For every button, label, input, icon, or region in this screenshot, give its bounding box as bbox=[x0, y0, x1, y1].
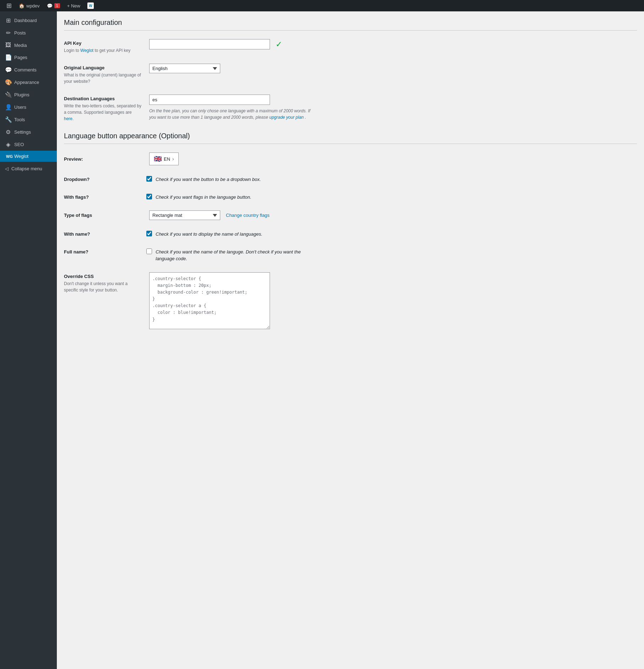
preview-label: Preview: bbox=[64, 156, 142, 162]
override-css-row: Override CSS Don't change it unless you … bbox=[64, 272, 637, 330]
type-of-flags-row: Type of flags Rectangle mat Rectangle sh… bbox=[64, 210, 637, 220]
home-icon: 🏠 bbox=[19, 3, 25, 9]
site-name-link[interactable]: 🏠 wpdev bbox=[15, 0, 43, 11]
dropdown-label-col: Dropdown? bbox=[64, 175, 142, 182]
preview-button[interactable]: 🇬🇧 EN › bbox=[149, 152, 179, 165]
with-name-input-col: Check if you want to display the name of… bbox=[146, 230, 263, 238]
dropdown-checkbox[interactable] bbox=[146, 176, 152, 182]
preview-label-col: Preview: bbox=[64, 155, 142, 163]
plugins-icon: 🔌 bbox=[5, 91, 11, 98]
new-label: + New bbox=[67, 3, 80, 9]
main-config-divider bbox=[64, 30, 637, 31]
collapse-menu[interactable]: ◁ Collapse menu bbox=[0, 163, 57, 174]
type-of-flags-select[interactable]: Rectangle mat Rectangle shiny Round bbox=[149, 210, 220, 220]
wp-logo[interactable]: ⊞ bbox=[3, 0, 15, 11]
dropdown-row: Dropdown? Check if you want the button t… bbox=[64, 175, 637, 183]
api-key-checkmark: ✓ bbox=[276, 40, 282, 49]
original-language-input-col: English French Spanish German Italian bbox=[149, 64, 637, 73]
original-language-row: Original Language What is the original (… bbox=[64, 64, 637, 85]
sidebar-item-comments[interactable]: 💬 Comments bbox=[0, 64, 57, 76]
sidebar-item-label: Comments bbox=[14, 67, 37, 73]
admin-bar: ⊞ 🏠 wpdev 💬 1 + New W bbox=[0, 0, 644, 11]
preview-flag: 🇬🇧 bbox=[154, 155, 162, 163]
with-name-label-col: With name? bbox=[64, 230, 142, 237]
override-css-label: Override CSS bbox=[64, 274, 142, 279]
collapse-icon: ◁ bbox=[5, 166, 9, 171]
sidebar-item-label: SEO bbox=[14, 142, 24, 147]
destination-notice: On the free plan, you can only chose one… bbox=[149, 108, 313, 121]
change-flags-link[interactable]: Change country flags bbox=[226, 213, 270, 218]
posts-icon: ✏ bbox=[5, 30, 11, 36]
api-key-row: API Key Login to Weglot to get your API … bbox=[64, 39, 637, 54]
comments-link[interactable]: 💬 1 bbox=[43, 0, 64, 11]
site-name: wpdev bbox=[26, 3, 40, 9]
destination-languages-label-col: Destination Languages Write the two-lett… bbox=[64, 95, 142, 122]
override-css-textarea[interactable]: .country-selector { margin-bottom : 20px… bbox=[149, 272, 270, 329]
dashboard-icon: ⊞ bbox=[5, 17, 11, 24]
sidebar-item-label: Weglot bbox=[14, 154, 28, 159]
new-content-link[interactable]: + New bbox=[64, 0, 84, 11]
override-css-input-col: .country-selector { margin-bottom : 20px… bbox=[149, 272, 637, 330]
settings-icon: ⚙ bbox=[5, 129, 11, 135]
sidebar-item-pages[interactable]: 📄 Pages bbox=[0, 51, 57, 64]
users-icon: 👤 bbox=[5, 104, 11, 111]
with-name-desc: Check if you want to display the name of… bbox=[156, 231, 263, 238]
with-name-checkbox[interactable] bbox=[146, 231, 152, 236]
original-language-select[interactable]: English French Spanish German Italian bbox=[149, 64, 220, 73]
with-flags-label-col: With flags? bbox=[64, 193, 142, 200]
full-name-label: Full name? bbox=[64, 249, 142, 255]
dest-lang-desc-text: Write the two-letters codes, separated b… bbox=[64, 103, 141, 115]
appearance-icon: 🎨 bbox=[5, 79, 11, 86]
media-icon: 🖼 bbox=[5, 42, 11, 48]
weglot-link[interactable]: Weglot bbox=[80, 48, 93, 53]
sidebar-item-tools[interactable]: 🔧 Tools bbox=[0, 113, 57, 126]
destination-languages-input-col: es On the free plan, you can only chose … bbox=[149, 95, 637, 121]
with-flags-input-col: Check if you want flags in the language … bbox=[146, 193, 251, 201]
sidebar-item-label: Dashboard bbox=[14, 18, 37, 23]
original-language-label-col: Original Language What is the original (… bbox=[64, 64, 142, 85]
sidebar-item-settings[interactable]: ⚙ Settings bbox=[0, 126, 57, 138]
sidebar-item-plugins[interactable]: 🔌 Plugins bbox=[0, 89, 57, 101]
api-key-title: API Key bbox=[64, 41, 142, 46]
wp-icon: ⊞ bbox=[6, 2, 12, 10]
sidebar-item-appearance[interactable]: 🎨 Appearance bbox=[0, 76, 57, 89]
preview-arrow-icon: › bbox=[172, 156, 174, 162]
notice-suffix: . bbox=[305, 115, 306, 120]
with-flags-checkbox[interactable] bbox=[146, 194, 152, 199]
layout: ⊞ Dashboard ✏ Posts 🖼 Media 📄 Pages 💬 Co… bbox=[0, 11, 644, 669]
upgrade-link[interactable]: upgrade your plan bbox=[269, 115, 304, 120]
with-flags-desc: Check if you want flags in the language … bbox=[156, 194, 251, 201]
comments-icon: 💬 bbox=[5, 66, 11, 73]
with-flags-label: With flags? bbox=[64, 194, 142, 200]
sidebar-item-dashboard[interactable]: ⊞ Dashboard bbox=[0, 14, 57, 27]
sidebar-item-label: Tools bbox=[14, 117, 25, 122]
tools-icon: 🔧 bbox=[5, 116, 11, 123]
here-link[interactable]: here bbox=[64, 116, 72, 121]
weglot-admin-bar-link[interactable]: W bbox=[84, 0, 97, 11]
sidebar-item-weglot[interactable]: WG Weglot bbox=[0, 151, 57, 162]
sidebar-item-users[interactable]: 👤 Users bbox=[0, 101, 57, 113]
destination-languages-desc: Write the two-letters codes, separated b… bbox=[64, 103, 142, 122]
destination-languages-title: Destination Languages bbox=[64, 96, 142, 101]
sidebar: ⊞ Dashboard ✏ Posts 🖼 Media 📄 Pages 💬 Co… bbox=[0, 11, 57, 669]
full-name-checkbox[interactable] bbox=[146, 248, 152, 254]
original-language-desc: What is the original (current) language … bbox=[64, 72, 142, 85]
api-key-input[interactable] bbox=[149, 39, 270, 49]
original-language-title: Original Language bbox=[64, 65, 142, 70]
weglot-admin-icon: W bbox=[87, 2, 94, 9]
preview-lang-code: EN bbox=[164, 156, 170, 162]
api-key-desc: Login to Weglot to get your API key bbox=[64, 47, 142, 54]
full-name-input-col: Check if you want the name of the langug… bbox=[146, 248, 319, 262]
sidebar-item-seo[interactable]: ◈ SEO bbox=[0, 138, 57, 151]
override-css-desc: Don't change it unless you want a specif… bbox=[64, 280, 142, 293]
sidebar-item-media[interactable]: 🖼 Media bbox=[0, 39, 57, 51]
type-of-flags-label: Type of flags bbox=[64, 213, 142, 218]
with-name-row: With name? Check if you want to display … bbox=[64, 230, 637, 238]
pages-icon: 📄 bbox=[5, 54, 11, 61]
api-key-desc-suffix: to get your API key bbox=[95, 48, 131, 53]
dropdown-input-col: Check if you want the button to be a dro… bbox=[146, 175, 261, 183]
sidebar-item-posts[interactable]: ✏ Posts bbox=[0, 27, 57, 39]
destination-languages-input[interactable]: es bbox=[149, 95, 270, 105]
with-flags-row: With flags? Check if you want flags in t… bbox=[64, 193, 637, 201]
sidebar-item-label: Posts bbox=[14, 30, 26, 36]
